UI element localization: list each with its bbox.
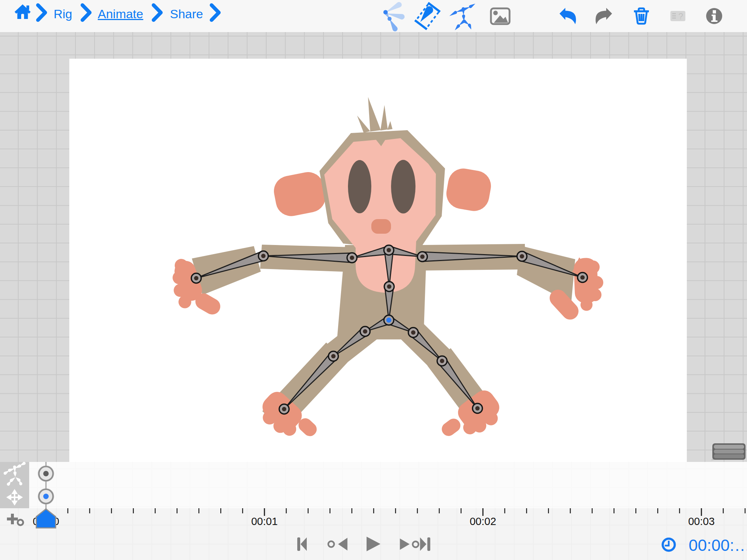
svg-text:00:01: 00:01 [251,516,278,527]
svg-text:00:03: 00:03 [688,516,715,527]
svg-text:00:02: 00:02 [470,516,496,527]
svg-text:?: ? [678,12,683,21]
